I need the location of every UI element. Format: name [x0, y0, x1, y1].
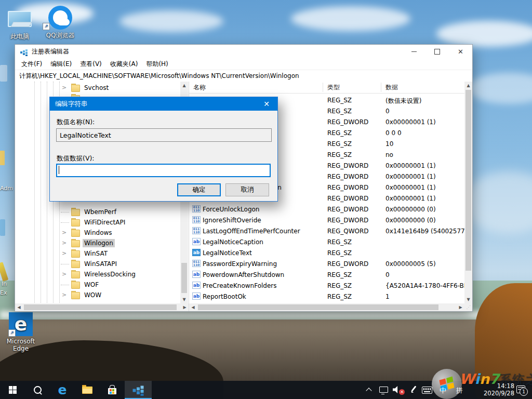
value-row[interactable]: abLegalNoticeTextREG_SZ — [189, 247, 464, 258]
scroll-right-arrow[interactable]: ▶ — [457, 303, 464, 311]
column-header-name[interactable]: 名称 — [193, 83, 206, 92]
value-row[interactable]: 011110PasswordExpiryWarningREG_DWORD0x00… — [189, 258, 464, 269]
desktop-icon-qq-browser[interactable]: ↗ QQ浏览器 — [42, 4, 79, 40]
menu-item[interactable]: 查看(V) — [76, 59, 106, 70]
value-type: REG_SZ — [327, 293, 352, 300]
tree-item-label[interactable]: WinSAT — [83, 249, 109, 258]
tree-branch-dots — [61, 212, 69, 212]
touch-keyboard-icon[interactable] — [422, 387, 432, 394]
menu-item[interactable]: 收藏夹(A) — [106, 59, 142, 70]
pen-workspace-icon[interactable] — [409, 385, 418, 394]
menu-item[interactable]: 文件(F) — [17, 59, 46, 70]
tree-item[interactable]: WOF — [15, 280, 189, 290]
column-header-type[interactable]: 类型 — [327, 83, 340, 92]
tree-item[interactable]: WbemPerf — [15, 207, 189, 217]
menu-item[interactable]: 编辑(E) — [46, 59, 76, 70]
value-data-input[interactable] — [56, 164, 271, 177]
dialog-title-bar[interactable]: 编辑字符串 — [50, 97, 277, 111]
scroll-up-arrow[interactable]: ▲ — [180, 82, 188, 89]
tree-item-label[interactable]: Windows — [83, 229, 114, 237]
tree-item[interactable]: WinSATAPI — [15, 259, 189, 269]
menu-bar: 文件(F)编辑(E)查看(V)收藏夹(A)帮助(H) — [15, 59, 472, 70]
dword-value-icon: 011110 — [192, 260, 201, 267]
tree-item-label[interactable]: Svchost — [83, 84, 110, 92]
desktop-icon-label: QQ浏览器 — [42, 31, 79, 40]
tree-item-label[interactable]: WinSATAPI — [83, 260, 118, 268]
value-row[interactable]: abPreCreateKnownFoldersREG_SZ{A520A1A4-1… — [189, 280, 464, 291]
column-header-data[interactable]: 数据 — [385, 83, 398, 92]
tree-item[interactable]: >WOW — [15, 290, 189, 300]
value-data: 0x00000001 (1) — [385, 184, 436, 191]
ime-pinyin-indicator[interactable]: 拼 — [456, 386, 463, 395]
scroll-thumb[interactable] — [198, 304, 438, 310]
tree-expander-icon[interactable]: > — [62, 271, 68, 277]
desktop-icon-this-pc[interactable]: 此电脑 — [1, 5, 38, 41]
ok-button[interactable]: 确定 — [177, 183, 221, 196]
value-data: 0 — [385, 108, 390, 115]
value-type: REG_SZ — [327, 238, 352, 246]
tree-item[interactable]: >WinSAT — [15, 248, 189, 259]
ime-language-indicator[interactable]: 中 — [440, 386, 446, 395]
tree-horizontal-scrollbar[interactable]: ◀ ▶ — [15, 303, 189, 311]
tree-item-label[interactable]: WbemPerf — [83, 208, 118, 216]
scroll-thumb[interactable] — [181, 263, 187, 293]
scroll-down-arrow[interactable]: ▼ — [180, 296, 188, 303]
value-row[interactable]: 011110IgnoreShiftOverideREG_DWORD0x00000… — [189, 215, 464, 225]
list-vertical-scrollbar[interactable]: ▲ ▼ — [464, 82, 472, 303]
tree-item-label[interactable]: WOW — [83, 291, 103, 299]
scroll-left-arrow[interactable]: ◀ — [189, 303, 197, 311]
network-icon[interactable] — [379, 387, 388, 393]
tree-expander-icon[interactable]: > — [62, 84, 68, 91]
list-horizontal-scrollbar[interactable]: ◀ ▶ — [189, 303, 464, 311]
value-name: PreCreateKnownFolders — [203, 282, 277, 289]
tree-item[interactable]: >WirelessDocking — [15, 269, 189, 280]
value-type: REG_DWORD — [327, 206, 368, 213]
tree-item[interactable]: >Windows — [15, 228, 189, 238]
tree-item-label[interactable]: Winlogon — [83, 239, 115, 247]
value-row[interactable]: abPowerdownAfterShutdownREG_SZ0 — [189, 269, 464, 280]
dialog-close-button[interactable]: ✕ — [256, 97, 277, 111]
tree-expander-icon[interactable]: > — [62, 240, 68, 246]
value-data: no — [385, 151, 393, 158]
value-name-label: 数值名称(N): — [57, 118, 95, 127]
tree-expander-icon[interactable]: > — [62, 250, 68, 257]
tree-expander-icon[interactable]: > — [62, 229, 68, 236]
tree-item[interactable]: >Svchost — [15, 83, 189, 93]
text-caret — [59, 166, 59, 174]
scroll-thumb[interactable] — [24, 304, 177, 310]
tree-item-label[interactable]: WOF — [83, 281, 100, 289]
tree-item[interactable]: WiFiDirectAPI — [15, 217, 189, 228]
folder-icon — [71, 219, 80, 227]
value-name-field[interactable] — [56, 128, 272, 142]
tree-item-label[interactable]: WiFiDirectAPI — [83, 218, 127, 227]
tree-expander-icon[interactable]: > — [62, 291, 68, 298]
tray-overflow-chevron-icon[interactable] — [366, 388, 371, 393]
value-row[interactable]: 011110LastLogOffEndTimePerfCounterREG_QW… — [189, 225, 464, 236]
scroll-up-arrow[interactable]: ▲ — [464, 82, 472, 89]
folder-icon — [71, 261, 80, 268]
tree-item[interactable]: >Winlogon — [15, 238, 189, 248]
minimize-button[interactable] — [402, 45, 425, 59]
value-type: REG_DWORD — [327, 173, 368, 180]
value-row[interactable]: abLegalNoticeCaptionREG_SZ — [189, 236, 464, 247]
address-bar[interactable]: 计算机\HKEY_LOCAL_MACHINE\SOFTWARE\Microsof… — [15, 70, 472, 82]
maximize-button[interactable] — [425, 45, 449, 59]
dword-value-icon: 011110 — [192, 216, 201, 223]
tree-branch-dots — [61, 285, 69, 285]
taskbar-clock[interactable]: 14:18 2020/9/28 — [470, 383, 514, 397]
menu-item[interactable]: 帮助(H) — [142, 59, 172, 70]
value-row[interactable]: abReportBootOkREG_SZ1 — [189, 291, 464, 302]
folder-icon — [71, 85, 80, 92]
title-bar[interactable]: 注册表编辑器 ✕ — [15, 45, 472, 59]
tree-item-label[interactable]: WirelessDocking — [83, 270, 137, 278]
scroll-thumb[interactable] — [466, 90, 471, 271]
scroll-left-arrow[interactable]: ◀ — [15, 303, 23, 311]
scroll-down-arrow[interactable]: ▼ — [464, 296, 472, 303]
cancel-button[interactable]: 取消 — [225, 183, 269, 196]
close-button[interactable]: ✕ — [449, 45, 472, 59]
scroll-right-arrow[interactable]: ▶ — [181, 303, 189, 311]
value-row[interactable]: 011110ForceUnlockLogonREG_DWORD0x0000000… — [189, 204, 464, 215]
resize-grip[interactable]: ⋰ — [464, 303, 472, 311]
clock-time: 14:18 — [470, 383, 514, 390]
desktop-icon-ms-edge[interactable]: e ↗ Microsoft Edge — [2, 311, 39, 352]
